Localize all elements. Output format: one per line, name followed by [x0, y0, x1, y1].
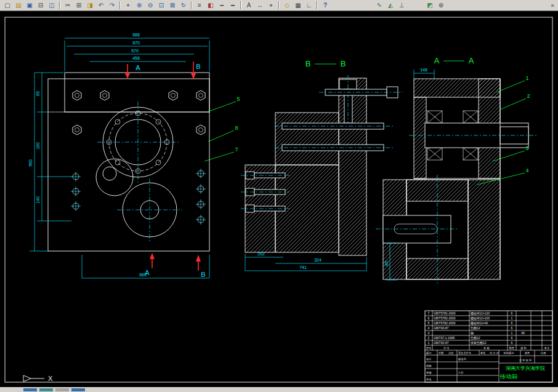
options-icon[interactable]: ⊛ — [435, 0, 447, 11]
help-icon[interactable]: ? — [320, 0, 331, 11]
svg-text:3: 3 — [428, 331, 430, 335]
svg-text:标准化: 标准化 — [458, 358, 466, 361]
svg-text:GB/T93-87: GB/T93-87 — [434, 326, 449, 330]
svg-text:螺栓M12×100: 螺栓M12×100 — [471, 316, 490, 321]
copy-icon[interactable]: ⊞ — [73, 0, 84, 11]
osnap-icon[interactable]: ◇ — [281, 0, 293, 11]
ucs-icon: X — [23, 375, 53, 382]
lineweight-icon[interactable]: ━ — [227, 0, 238, 11]
modify-tools-icon[interactable]: ◭ — [385, 0, 396, 11]
dim-85: 85 — [384, 261, 389, 266]
dim-670: 670 — [132, 41, 140, 45]
svg-text:螺栓M12×120: 螺栓M12×120 — [471, 311, 490, 316]
taskbar-button[interactable] — [71, 388, 85, 391]
taskbar-button[interactable] — [23, 388, 37, 391]
svg-text:年.月.日: 年.月.日 — [490, 351, 499, 354]
redo-icon[interactable]: ↷ — [107, 0, 118, 11]
leader-label-7: 7 — [235, 146, 238, 153]
print-preview-icon[interactable]: ◫ — [46, 0, 57, 11]
color-swatch-icon[interactable]: ◧ — [205, 0, 216, 11]
dim-65: 65 — [36, 91, 40, 96]
taskbar-button[interactable] — [39, 388, 53, 391]
section-a-label-left: A — [434, 56, 440, 65]
open-file-icon[interactable]: ▤ — [13, 0, 24, 11]
new-file-icon[interactable]: ▢ — [2, 0, 13, 11]
svg-text:1: 1 — [511, 331, 513, 335]
undo-icon[interactable]: ↶ — [95, 0, 107, 11]
svg-text:共 张 第 张: 共 张 第 张 — [519, 359, 532, 362]
drawing-title: 传动箱 — [499, 373, 518, 380]
ortho-icon[interactable]: ∟ — [304, 0, 315, 11]
svg-text:GB/T5782-2000: GB/T5782-2000 — [434, 316, 456, 320]
zoom-in-icon[interactable]: ⊕ — [134, 0, 145, 11]
svg-text:GB/T97.1-1985: GB/T97.1-1985 — [434, 336, 455, 340]
dim-688: 688 — [132, 33, 140, 37]
svg-text:垫圈12: 垫圈12 — [471, 336, 480, 340]
svg-text:更改文件号: 更改文件号 — [458, 351, 472, 354]
grid-icon[interactable]: ▦ — [293, 0, 304, 11]
taskbar-button[interactable] — [55, 388, 69, 391]
pan-icon[interactable]: + — [123, 0, 134, 11]
toolbar-overflow-icon[interactable]: » — [547, 0, 558, 11]
dim-160: 160 — [36, 142, 40, 150]
svg-text:GB/T5782-2000: GB/T5782-2000 — [434, 321, 456, 325]
section-b-label-left: B — [305, 59, 311, 68]
svg-text:7: 7 — [428, 311, 430, 315]
svg-text:阶段标记: 阶段标记 — [504, 351, 515, 355]
text-style-icon[interactable]: A — [243, 0, 254, 11]
svg-text:分区: 分区 — [448, 351, 454, 354]
main-toolbar: ▢ ▤ ▣ ⊟ ◫ ✂ ⊞ ◨ ↶ ↷ + ⊕ ⊖ ⊡ ⊠ ↻ ≡ ◧ ╍ ━ … — [0, 0, 558, 11]
svg-text:批准: 批准 — [426, 378, 432, 381]
dim-570: 570 — [131, 49, 139, 53]
zoom-window-icon[interactable]: ⊡ — [156, 0, 167, 11]
plot-icon[interactable]: ⊟ — [35, 0, 46, 11]
svg-text:序号: 序号 — [426, 346, 432, 350]
svg-text:6: 6 — [511, 321, 513, 325]
dim-202: 202 — [257, 252, 265, 256]
svg-text:45: 45 — [521, 331, 525, 335]
section-a-view: A A 148 85 — [376, 56, 537, 284]
save-file-icon[interactable]: ▣ — [24, 0, 35, 11]
redraw-icon[interactable]: ↻ — [178, 0, 189, 11]
svg-text:工艺: 工艺 — [458, 371, 464, 374]
svg-text:材 料: 材 料 — [520, 346, 527, 350]
toolbar-separator — [278, 1, 280, 9]
svg-text:2: 2 — [428, 336, 430, 340]
leader-label-5: 5 — [237, 96, 240, 102]
draw-tools-icon[interactable]: ✎ — [374, 0, 385, 11]
svg-text:签名: 签名 — [480, 351, 485, 354]
section-marker-b-bottom: B — [201, 271, 205, 278]
svg-text:重量: 重量 — [525, 351, 530, 354]
svg-text:代 号: 代 号 — [443, 346, 450, 350]
svg-text:审核: 审核 — [426, 371, 432, 374]
section-a-label-right: A — [469, 56, 474, 65]
svg-text:GB/T93-87: GB/T93-87 — [434, 341, 449, 345]
title-block: 7GB/T5781-2000螺栓M12×1206 6GB/T5782-2000螺… — [425, 311, 552, 382]
taskbar — [0, 387, 558, 392]
ucs-toolbar-icon[interactable]: ⊥ — [396, 0, 407, 11]
dim-style-icon[interactable]: ↔ — [254, 0, 265, 11]
cut-icon[interactable]: ✂ — [62, 0, 73, 11]
dim-140: 140 — [36, 196, 40, 204]
render-icon[interactable]: ◩ — [424, 0, 435, 11]
zoom-extents-icon[interactable]: ⊠ — [167, 0, 178, 11]
leader-label-2: 2 — [527, 93, 530, 99]
svg-text:6: 6 — [511, 326, 513, 330]
svg-text:名 称: 名 称 — [483, 346, 490, 350]
svg-text:标记: 标记 — [426, 351, 432, 355]
drawing-canvas[interactable]: 5 8 7 688 670 570 458 65 160 140 960 660… — [0, 11, 558, 387]
layers-icon[interactable]: ≡ — [194, 0, 205, 11]
svg-text:5: 5 — [428, 321, 430, 325]
toolbar-separator — [317, 1, 318, 9]
svg-text:处数: 处数 — [439, 351, 444, 354]
zoom-out-icon[interactable]: ⊖ — [145, 0, 156, 11]
toolbar-separator — [119, 1, 121, 9]
paste-icon[interactable]: ◨ — [84, 0, 95, 11]
svg-text:4: 4 — [428, 326, 430, 330]
point-style-icon[interactable]: ⌖ — [265, 0, 277, 11]
linetype-icon[interactable]: ╍ — [216, 0, 227, 11]
svg-text:设计: 设计 — [426, 358, 432, 361]
dim-324: 324 — [314, 258, 321, 262]
svg-text:校核: 校核 — [426, 364, 432, 367]
toolbar-separator — [240, 1, 241, 9]
